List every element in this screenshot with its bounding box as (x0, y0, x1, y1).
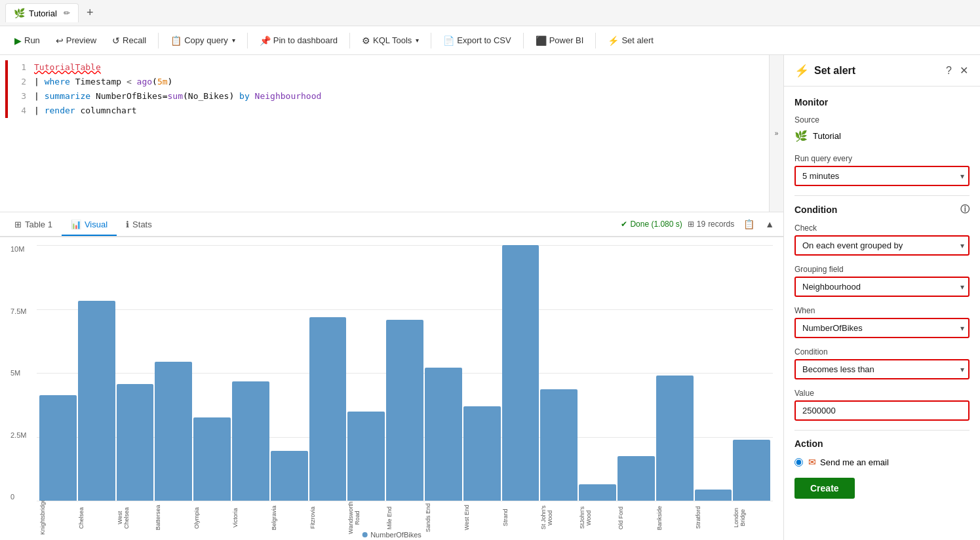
run-query-field: Run query every 1 minute 5 minutes 10 mi… (794, 154, 970, 186)
code-line-3: 3 | summarize NumberOfBikes=sum(No_Bikes… (0, 89, 783, 104)
x-label-5: Victoria (232, 501, 269, 535)
results-expand-button[interactable]: ▲ (761, 217, 778, 231)
export-csv-button[interactable]: 📄 Export to CSV (437, 32, 517, 49)
bar-9 (386, 320, 423, 501)
run-button[interactable]: ▶ Run (8, 32, 47, 49)
tutorial-tab[interactable]: 🌿 Tutorial ✏ (5, 3, 79, 22)
preview-button[interactable]: ↩ Preview (49, 32, 103, 49)
action-title: Action (794, 438, 970, 449)
check-select[interactable]: On each event grouped by On aggregate va… (794, 235, 970, 256)
tab-table-1[interactable]: ⊞ Table 1 (5, 214, 62, 236)
alert-toolbar-icon: ⚡ (608, 35, 619, 46)
powerbi-icon: ⬛ (536, 35, 547, 46)
run-label: Run (24, 35, 40, 45)
outlook-icon: ✉ (808, 457, 816, 467)
code-line-2: 2 | where Timestamp < ago(5m) (0, 75, 783, 89)
separator-1 (158, 33, 159, 48)
set-alert-button[interactable]: ⚡ Set alert (601, 32, 659, 49)
tab-table-label: Table 1 (25, 220, 52, 229)
line-indicator-2 (5, 75, 8, 89)
email-radio-label: ✉ Send me an email (808, 457, 889, 467)
line-indicator-4 (5, 104, 8, 118)
line-indicator-1 (5, 60, 8, 75)
power-bi-label: Power BI (549, 35, 584, 45)
bar-1 (78, 301, 115, 501)
tab-edit-icon[interactable]: ✏ (64, 9, 70, 18)
x-label-14: StJohn's Wood (579, 501, 616, 535)
results-copy-button[interactable]: 📋 (739, 217, 758, 231)
email-radio[interactable] (794, 458, 803, 467)
lightning-icon: ⚡ (794, 64, 809, 78)
condition-select[interactable]: Becomes less than Becomes greater than E… (794, 359, 970, 379)
pin-dashboard-button[interactable]: 📌 Pin to dashboard (253, 32, 344, 49)
when-select-wrapper: NumberOfBikes ▾ (794, 318, 970, 338)
tab-visual[interactable]: 📊 Visual (62, 214, 117, 236)
bar-3 (155, 362, 192, 501)
recall-button[interactable]: ↺ Recall (106, 32, 153, 49)
x-label-13: St John's Wood (540, 501, 578, 535)
records-count: 19 (697, 220, 705, 229)
export-icon: 📄 (443, 35, 454, 46)
source-db-icon: 🌿 (794, 130, 808, 142)
bar-8 (347, 412, 385, 501)
tab-stats[interactable]: ℹ Stats (117, 214, 161, 236)
condition-info-icon[interactable]: ⓘ (960, 204, 970, 216)
monitor-section: Monitor Source 🌿 Tutorial Run query ever… (794, 97, 970, 186)
create-button-wrapper: Create (794, 467, 970, 499)
condition-field: Condition Becomes less than Becomes grea… (794, 347, 970, 379)
check-field: Check On each event grouped by On aggreg… (794, 223, 970, 256)
separator-3 (349, 33, 350, 48)
panel-title: ⚡ Set alert (794, 64, 855, 78)
editor-collapse-panel[interactable]: » (769, 55, 783, 212)
copy-query-button[interactable]: 📋 Copy query (164, 32, 241, 49)
toolbar: ▶ Run ↩ Preview ↺ Recall 📋 Copy query 📌 … (0, 26, 980, 55)
records-grid-icon: ⊞ (688, 220, 694, 229)
when-field: When NumberOfBikes ▾ (794, 306, 970, 338)
tab-visual-label: Visual (85, 220, 108, 229)
panel-close-button[interactable]: ✕ (958, 63, 970, 78)
separator-4 (431, 33, 431, 48)
y-label-5m: 5M (10, 369, 26, 377)
separator-5 (523, 33, 524, 48)
results-area: ⊞ Table 1 📊 Visual ℹ Stats ✔ Done (1.080… (0, 212, 783, 540)
grouping-select[interactable]: Neighbourhood (794, 277, 970, 297)
results-tabs: ⊞ Table 1 📊 Visual ℹ Stats ✔ Done (1.080… (0, 212, 783, 237)
y-axis: 10M 7.5M 5M 2.5M 0 (10, 245, 26, 501)
set-alert-label: Set alert (621, 35, 653, 45)
power-bi-button[interactable]: ⬛ Power BI (529, 32, 591, 49)
panel-content: Monitor Source 🌿 Tutorial Run query ever… (784, 87, 980, 540)
panel-help-button[interactable]: ? (945, 63, 953, 78)
bar-16 (656, 376, 694, 501)
tab-bar: 🌿 Tutorial ✏ + (0, 0, 980, 26)
when-select[interactable]: NumberOfBikes (794, 318, 970, 338)
check-label: Check (794, 223, 970, 233)
bar-7 (309, 317, 347, 501)
results-status: ✔ Done (1.080 s) ⊞ 19 records 📋 ▲ (621, 217, 778, 231)
tab-stats-label: Stats (132, 220, 152, 229)
chart-inner (37, 245, 773, 501)
main-layout: 1 TutorialTable 2 | where Timestamp < ag… (0, 55, 980, 540)
run-query-select[interactable]: 1 minute 5 minutes 10 minutes 30 minutes… (794, 166, 970, 186)
create-button[interactable]: Create (794, 478, 855, 499)
x-label-4: Olympia (193, 501, 231, 535)
kql-tools-button[interactable]: ⚙ KQL Tools (355, 32, 425, 49)
code-line-1: 1 TutorialTable (0, 60, 783, 75)
value-label: Value (794, 389, 970, 398)
code-line-4: 4 | render columnchart (0, 104, 783, 118)
done-text: Done (1.080 s) (630, 220, 682, 229)
legend-dot (362, 532, 367, 537)
bar-11 (463, 406, 501, 501)
divider-2 (794, 430, 970, 431)
legend-label: NumberOfBikes (370, 531, 421, 539)
panel-title-text: Set alert (814, 65, 855, 77)
bar-5 (232, 381, 269, 501)
check-select-wrapper: On each event grouped by On aggregate va… (794, 235, 970, 256)
add-tab-button[interactable]: + (81, 3, 99, 22)
monitor-title: Monitor (794, 97, 970, 107)
set-alert-panel: ⚡ Set alert ? ✕ Monitor Source 🌿 Tutoria… (783, 55, 980, 540)
x-label-1: Chelsea (78, 501, 115, 535)
bar-12 (502, 245, 539, 501)
value-input[interactable] (794, 400, 970, 421)
done-checkmark-icon: ✔ (621, 220, 627, 229)
radio-group: ✉ Send me an email (794, 457, 970, 467)
